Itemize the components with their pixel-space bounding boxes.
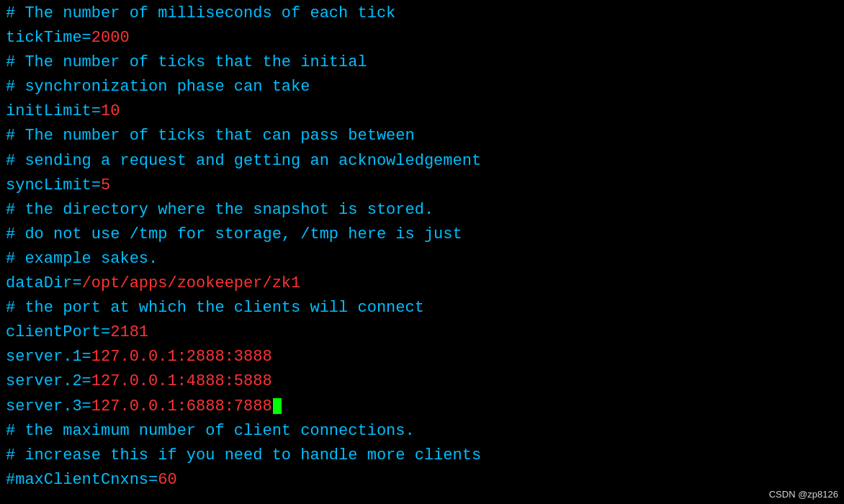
line-3: # The number of ticks that the initial — [6, 50, 838, 75]
key-server1: server.1= — [6, 348, 91, 366]
line-1: # The number of milliseconds of each tic… — [6, 1, 838, 26]
key-maxclient: #maxClientCnxns= — [6, 471, 158, 489]
value-synclimit: 5 — [101, 176, 110, 194]
line-12: dataDir=/opt/apps/zookeeper/zk1 — [6, 271, 838, 296]
value-initlimit: 10 — [101, 102, 120, 120]
line-2: tickTime=2000 — [6, 26, 838, 50]
line-4: # synchronization phase can take — [6, 75, 838, 99]
key-datadir: dataDir= — [6, 274, 82, 292]
key-ticktime: tickTime= — [6, 29, 91, 47]
line-9: # the directory where the snapshot is st… — [6, 198, 838, 222]
line-6: # The number of ticks that can pass betw… — [6, 124, 838, 148]
value-clientport: 2181 — [110, 323, 148, 341]
key-initlimit: initLimit= — [6, 102, 101, 120]
value-server1: 127.0.0.1:2888:3888 — [91, 348, 272, 366]
line-14: clientPort=2181 — [6, 320, 838, 345]
line-11: # example sakes. — [6, 247, 838, 271]
watermark: CSDN @zp8126 — [769, 489, 838, 500]
line-16: server.2=127.0.0.1:4888:5888 — [6, 369, 838, 394]
key-server2: server.2= — [6, 372, 91, 390]
line-17: server.3=127.0.0.1:6888:7888 — [6, 395, 838, 419]
line-5: initLimit=10 — [6, 99, 838, 124]
line-20: #maxClientCnxns=60 — [6, 468, 838, 492]
terminal-window: # The number of milliseconds of each tic… — [0, 0, 844, 494]
line-13: # the port at which the clients will con… — [6, 296, 838, 320]
value-server2: 127.0.0.1:4888:5888 — [91, 372, 272, 390]
cursor — [273, 398, 282, 414]
value-maxclient: 60 — [158, 471, 176, 489]
key-server3: server.3= — [6, 397, 91, 415]
line-7: # sending a request and getting an ackno… — [6, 149, 838, 174]
line-18: # the maximum number of client connectio… — [6, 419, 838, 444]
line-10: # do not use /tmp for storage, /tmp here… — [6, 222, 838, 247]
key-clientport: clientPort= — [6, 323, 110, 341]
key-synclimit: syncLimit= — [6, 176, 101, 194]
line-8: syncLimit=5 — [6, 174, 838, 198]
line-15: server.1=127.0.0.1:2888:3888 — [6, 345, 838, 369]
line-19: # increase this if you need to handle mo… — [6, 444, 838, 468]
value-datadir: /opt/apps/zookeeper/zk1 — [82, 274, 301, 292]
value-ticktime: 2000 — [91, 29, 130, 47]
value-server3: 127.0.0.1:6888:7888 — [91, 397, 272, 415]
